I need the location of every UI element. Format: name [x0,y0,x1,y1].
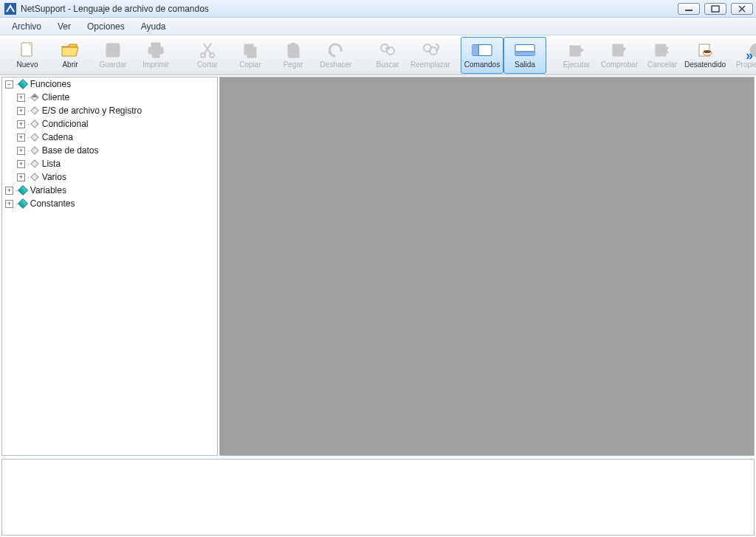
toolbar-overflow-icon[interactable]: » [746,47,753,63]
expand-icon[interactable]: + [17,173,25,181]
cancel-icon [652,41,673,59]
toolbar-cancelar-button: Cancelar [641,37,684,74]
toolbar: NuevoAbrirGuardarImprimirCortarCopiarPeg… [0,35,756,75]
diamond-icon [18,80,27,89]
diamond-icon [18,186,27,195]
toolbar-salida-button[interactable]: Salida [504,37,546,74]
tree-label: Variables [30,185,66,195]
replace-icon [420,41,441,59]
toolbar-label: Abrir [62,60,78,69]
diamond-small-icon [30,146,39,155]
tree-label: Constantes [30,198,75,209]
svg-rect-9 [152,52,159,58]
toolbar-imprimir-button: Imprimir [134,37,177,74]
unattended-icon [695,41,715,59]
toolbar-reemplazar-button: Reemplazar [409,37,452,74]
menubar: Archivo Ver Opciones Ayuda [0,18,756,35]
file-new-icon [17,41,38,59]
expand-icon[interactable]: + [17,94,25,102]
find-icon [377,41,398,59]
menu-opciones[interactable]: Opciones [80,19,132,34]
toolbar-label: Salida [515,60,535,69]
svg-rect-29 [613,44,623,56]
collapse-icon[interactable]: − [5,80,13,89]
content-area [219,77,755,456]
toolbar-label: Copiar [239,60,261,69]
minimize-button[interactable] [678,3,700,15]
tree-label: Condicional [42,119,89,129]
tree-node-child[interactable]: +·Condicional [2,117,217,131]
maximize-button[interactable] [704,3,726,15]
diamond-small-icon [30,173,39,181]
tree-node-child[interactable]: +·Cliente [2,91,217,104]
menu-archivo[interactable]: Archivo [4,19,49,34]
toolbar-label: Cancelar [647,60,677,69]
diamond-small-icon [30,106,39,115]
expand-icon[interactable]: + [5,187,13,195]
toolbar-copiar-button: Copiar [229,37,272,74]
svg-rect-1 [685,10,693,11]
svg-point-11 [210,53,214,58]
app-icon [4,3,16,15]
toolbar-label: Imprimir [142,60,169,69]
tree-node-child[interactable]: +·Lista [2,157,217,170]
cut-icon [197,41,218,59]
tree-node-child[interactable]: +·Base de datos [2,144,217,157]
save-icon [103,41,123,59]
toolbar-nuevo-button[interactable]: Nuevo [6,37,49,74]
close-button[interactable] [731,3,753,15]
tree-label: Funciones [30,79,71,89]
tree-label: Lista [42,159,61,169]
window-title: NetSupport - Lenguaje de archivo de coma… [21,4,678,14]
expand-icon[interactable]: + [17,134,25,142]
tree-node-funciones[interactable]: −·Funciones [2,77,217,91]
svg-rect-16 [290,48,299,58]
output-panel[interactable] [1,459,755,536]
tree-node-child[interactable]: +·Varios [2,170,217,184]
diamond-small-icon [30,133,39,142]
toolbar-label: Cortar [197,60,218,69]
expand-icon[interactable]: + [5,200,13,208]
svg-rect-26 [515,52,535,56]
expand-icon[interactable]: + [17,120,25,128]
svg-rect-23 [472,45,478,56]
expand-icon[interactable]: + [17,147,25,155]
toolbar-label: Comprobar [601,60,638,69]
toolbar-label: Buscar [376,60,399,69]
toolbar-label: Ejecutar [563,60,591,69]
diamond-small-icon [30,119,39,128]
commands-icon [472,41,492,59]
svg-rect-5 [109,44,117,48]
toolbar-buscar-button: Buscar [366,37,409,74]
toolbar-label: Pegar [284,60,303,69]
menu-ver[interactable]: Ver [50,19,78,34]
tree-panel[interactable]: −·Funciones+·Cliente+·E/S de archivo y R… [1,77,218,456]
toolbar-label: Guardar [100,60,127,69]
tree-node-constantes[interactable]: +·Constantes [2,197,217,210]
toolbar-comandos-button[interactable]: Comandos [461,37,504,74]
svg-point-33 [704,50,711,53]
tree-label: Varios [42,172,66,182]
toolbar-label: Desatendido [684,60,726,69]
svg-rect-19 [385,47,390,49]
undo-icon [326,41,346,59]
tree-node-child[interactable]: +·E/S de archivo y Registro [2,104,217,117]
output-icon [515,41,535,59]
diamond-small-icon [30,93,39,102]
expand-icon[interactable]: + [17,107,25,115]
paste-icon [283,41,303,59]
tree-label: E/S de archivo y Registro [42,105,142,116]
tree-node-variables[interactable]: +·Variables [2,184,217,197]
folder-open-icon [60,41,80,59]
copy-icon [240,41,261,59]
tree-node-child[interactable]: +·Cadena [2,131,217,144]
tree-label: Cliente [42,92,69,103]
toolbar-desatendido-button[interactable]: Desatendido [684,37,726,74]
menu-ayuda[interactable]: Ayuda [134,19,173,34]
diamond-small-icon [30,159,39,168]
expand-icon[interactable]: + [17,160,25,168]
titlebar: NetSupport - Lenguaje de archivo de coma… [0,0,756,18]
svg-rect-7 [151,43,160,47]
tree-label: Cadena [42,132,73,142]
toolbar-abrir-button[interactable]: Abrir [49,37,92,74]
